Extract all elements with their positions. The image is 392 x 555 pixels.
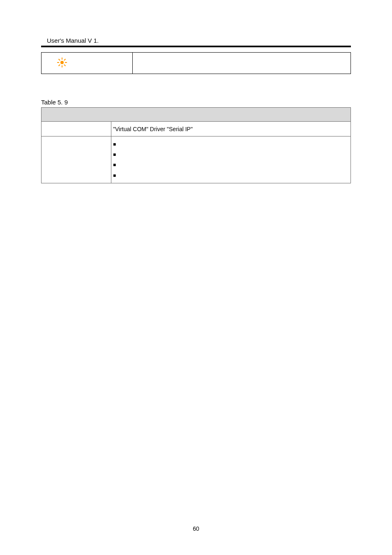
bullet-row: ■ bbox=[113, 149, 346, 160]
note-cell-text bbox=[133, 53, 351, 74]
note-table bbox=[41, 52, 351, 74]
desc-right: "Virtual COM" Driver "Serial IP" bbox=[111, 122, 351, 136]
procedure-table: "Virtual COM" Driver "Serial IP" ■ ■ ■ ■ bbox=[41, 107, 351, 183]
desc-left bbox=[42, 122, 111, 136]
table-caption: Table 5. 9 bbox=[41, 99, 351, 106]
square-bullet-icon: ■ bbox=[113, 171, 119, 180]
note-cell-icon bbox=[51, 53, 133, 74]
bullet-row: ■ bbox=[113, 139, 346, 149]
bullet-row: ■ bbox=[113, 160, 346, 170]
note-cell-blank bbox=[42, 53, 51, 74]
header-rule bbox=[41, 46, 351, 47]
sun-icon bbox=[58, 58, 66, 67]
table-header bbox=[42, 108, 351, 122]
bullet-row: ■ bbox=[113, 170, 346, 180]
header-title: User's Manual V 1. bbox=[41, 37, 351, 44]
page-number: 60 bbox=[0, 525, 392, 532]
proc-left bbox=[42, 136, 111, 183]
square-bullet-icon: ■ bbox=[113, 150, 119, 160]
proc-right: ■ ■ ■ ■ bbox=[111, 136, 351, 183]
square-bullet-icon: ■ bbox=[113, 161, 119, 170]
square-bullet-icon: ■ bbox=[113, 140, 119, 149]
